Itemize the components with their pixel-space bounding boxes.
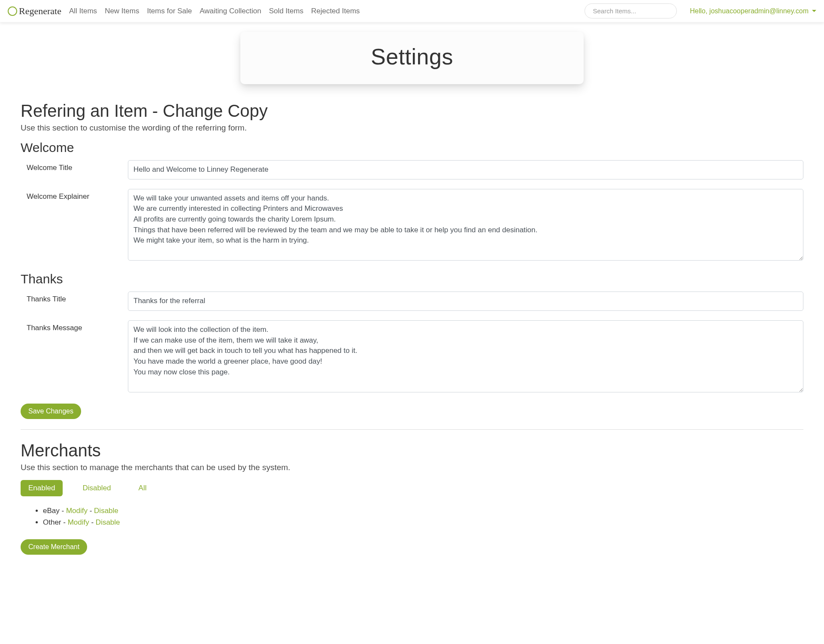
save-changes-button[interactable]: Save Changes: [21, 404, 81, 419]
thanks-title-label: Thanks Title: [21, 292, 128, 311]
refer-section-desc: Use this section to customise the wordin…: [21, 123, 803, 133]
thanks-title-input[interactable]: [128, 292, 803, 311]
thanks-heading: Thanks: [21, 272, 803, 286]
nav-items-for-sale[interactable]: Items for Sale: [147, 7, 192, 15]
thanks-title-row: Thanks Title: [21, 292, 803, 311]
merchant-name: eBay: [43, 507, 60, 515]
regenerate-circle-icon: [8, 6, 17, 16]
welcome-title-input[interactable]: [128, 160, 803, 179]
filter-disabled[interactable]: Disabled: [75, 480, 118, 496]
merchant-modify-link[interactable]: Modify: [66, 507, 88, 515]
nav-links: All Items New Items Items for Sale Await…: [69, 7, 360, 15]
top-navbar: Regenerate All Items New Items Items for…: [0, 0, 824, 22]
thanks-message-label: Thanks Message: [21, 320, 128, 394]
nav-sold-items[interactable]: Sold Items: [269, 7, 303, 15]
merchant-disable-link[interactable]: Disable: [94, 507, 118, 515]
merchant-modify-link[interactable]: Modify: [68, 518, 89, 526]
user-greeting: Hello, joshuacooperadmin@linney.com: [690, 7, 809, 15]
welcome-title-label: Welcome Title: [21, 160, 128, 179]
welcome-explainer-row: Welcome Explainer: [21, 189, 803, 263]
merchants-section-title: Merchants: [21, 441, 803, 460]
refer-section-title: Refering an Item - Change Copy: [21, 101, 803, 121]
welcome-explainer-textarea[interactable]: [128, 189, 803, 261]
merchants-section-desc: Use this section to manage the merchants…: [21, 463, 803, 472]
main-content: Refering an Item - Change Copy Use this …: [0, 101, 824, 580]
nav-rejected-items[interactable]: Rejected Items: [311, 7, 360, 15]
merchant-list-item: Other - Modify - Disable: [43, 516, 803, 528]
welcome-heading: Welcome: [21, 140, 803, 155]
nav-awaiting-collection[interactable]: Awaiting Collection: [200, 7, 261, 15]
merchant-list: eBay - Modify - Disable Other - Modify -…: [21, 505, 803, 528]
thanks-message-row: Thanks Message: [21, 320, 803, 394]
page-title: Settings: [240, 44, 584, 70]
welcome-explainer-label: Welcome Explainer: [21, 189, 128, 263]
merchant-list-item: eBay - Modify - Disable: [43, 505, 803, 516]
thanks-message-textarea[interactable]: [128, 320, 803, 392]
filter-enabled[interactable]: Enabled: [21, 480, 63, 496]
user-menu[interactable]: Hello, joshuacooperadmin@linney.com: [690, 7, 816, 15]
search-input[interactable]: [585, 3, 677, 18]
section-divider: [21, 429, 803, 430]
nav-all-items[interactable]: All Items: [69, 7, 97, 15]
merchant-disable-link[interactable]: Disable: [96, 518, 120, 526]
welcome-title-row: Welcome Title: [21, 160, 803, 179]
brand-logo[interactable]: Regenerate: [8, 6, 61, 17]
nav-right: Hello, joshuacooperadmin@linney.com: [585, 3, 816, 18]
brand-name: Regenerate: [19, 6, 61, 17]
merchant-name: Other: [43, 518, 61, 526]
merchant-filter-tabs: Enabled Disabled All: [21, 480, 803, 496]
chevron-down-icon: [812, 10, 816, 12]
nav-new-items[interactable]: New Items: [105, 7, 139, 15]
page-title-card: Settings: [240, 32, 584, 84]
create-merchant-button[interactable]: Create Merchant: [21, 539, 87, 555]
filter-all[interactable]: All: [131, 480, 154, 496]
